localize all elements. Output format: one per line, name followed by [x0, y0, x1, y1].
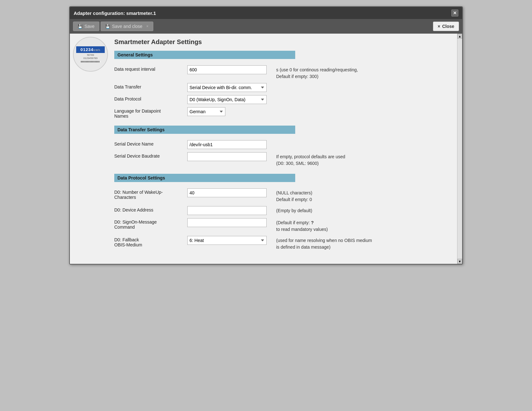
serial-baudrate-control: [187, 152, 267, 161]
d0-signon-hint: (Default if empty: ?to read mandatory va…: [267, 218, 451, 233]
save-and-close-x: ×: [146, 24, 149, 29]
d0-fallback-select[interactable]: 0: Abstract 1: Electricity 2: Heat Cost …: [187, 236, 267, 245]
general-settings-header: General Settings: [114, 51, 295, 59]
page-title: Smartmeter Adapter Settings: [114, 38, 451, 46]
d0-device-address-input[interactable]: [187, 206, 267, 215]
d0-device-address-control: [187, 206, 267, 215]
data-protocol-label: Data Protocol: [114, 95, 187, 101]
data-request-interval-control: [187, 65, 267, 74]
d0-fallback-label: D0: FallbackOBIS-Medium: [114, 236, 187, 247]
meter-image: 01234kWh 56789 0123456789: [73, 37, 108, 72]
language-hint: [225, 107, 451, 108]
serial-device-name-hint: [267, 140, 451, 141]
serial-baudrate-hint: If empty, protocol defaults are used(D0:…: [267, 152, 451, 167]
meter-unit: kWh: [94, 49, 101, 52]
serial-device-name-control: [187, 140, 267, 149]
data-request-interval-input[interactable]: [187, 65, 267, 74]
data-transfer-control: Serial Device with Bi-dir. comm. Serial …: [187, 83, 267, 92]
serial-device-name-input[interactable]: [187, 140, 267, 149]
data-transfer-row: Data Transfer Serial Device with Bi-dir.…: [114, 83, 451, 92]
data-transfer-settings-form: Serial Device Name Serial Device Baudrat…: [114, 138, 451, 174]
left-panel: 01234kWh 56789 0123456789: [70, 34, 111, 264]
d0-device-address-row: D0: Device Address (Empty by default): [114, 206, 451, 215]
data-protocol-control: D0 (WakeUp, SignOn, Data) SML D0 plain: [187, 95, 267, 104]
general-settings-form: Data request interval s (use 0 for conti…: [114, 63, 451, 126]
data-request-interval-label: Data request interval: [114, 65, 187, 72]
data-transfer-label: Data Transfer: [114, 83, 187, 89]
scrollbar[interactable]: ▲ ▼: [457, 34, 462, 264]
data-protocol-settings-header: Data Protocol Settings: [114, 174, 295, 182]
meter-reading: 01234: [80, 47, 93, 52]
close-label: Close: [442, 24, 454, 29]
close-button[interactable]: × Close: [433, 22, 459, 31]
data-protocol-select[interactable]: D0 (WakeUp, SignOn, Data) SML D0 plain: [187, 95, 267, 104]
scroll-up-button[interactable]: ▲: [457, 34, 462, 39]
d0-signon-control: [187, 218, 267, 227]
d0-wakeup-input[interactable]: [187, 188, 267, 197]
main-window: Adapter configuration: smartmeter.1 ✕ 💾 …: [69, 6, 463, 264]
data-protocol-hint: [267, 95, 451, 96]
window-title: Adapter configuration: smartmeter.1: [74, 10, 156, 16]
scroll-down-button[interactable]: ▼: [457, 259, 462, 264]
scroll-track: [457, 39, 462, 259]
data-request-interval-row: Data request interval s (use 0 for conti…: [114, 65, 451, 80]
save-button[interactable]: 💾 Save: [73, 22, 99, 31]
data-protocol-row: Data Protocol D0 (WakeUp, SignOn, Data) …: [114, 95, 451, 104]
language-label: Language for DatapointNames: [114, 107, 187, 119]
meter-serial: 0123456789: [83, 57, 98, 60]
d0-signon-input[interactable]: [187, 218, 267, 227]
d0-signon-label: D0: SignOn-MessageCommand: [114, 218, 187, 230]
data-transfer-select[interactable]: Serial Device with Bi-dir. comm. Serial …: [187, 83, 267, 92]
d0-wakeup-control: [187, 188, 267, 197]
language-control: German English: [187, 107, 225, 116]
data-transfer-settings-header: Data Transfer Settings: [114, 126, 295, 134]
meter-display: 01234kWh: [76, 46, 105, 53]
language-row: Language for DatapointNames German Engli…: [114, 107, 451, 119]
save-and-close-button[interactable]: 💾 Save and close ×: [101, 22, 153, 31]
d0-fallback-row: D0: FallbackOBIS-Medium 0: Abstract 1: E…: [114, 236, 451, 251]
close-x: ×: [438, 24, 440, 29]
toolbar: 💾 Save 💾 Save and close × × Close: [70, 19, 462, 34]
meter-barcode: [81, 61, 100, 62]
serial-device-name-row: Serial Device Name: [114, 140, 451, 149]
serial-baudrate-label: Serial Device Baudrate: [114, 152, 187, 159]
data-request-interval-hint: s (use 0 for continous reading/requestin…: [267, 65, 451, 80]
language-select[interactable]: German English: [187, 107, 225, 116]
serial-device-name-label: Serial Device Name: [114, 140, 187, 147]
d0-wakeup-hint: (NULL characters)Default if empty: 0: [267, 188, 451, 203]
save-and-close-label: Save and close: [112, 24, 143, 29]
d0-device-address-label: D0: Device Address: [114, 206, 187, 212]
save-label: Save: [84, 24, 95, 29]
d0-wakeup-label: D0: Number of WakeUp-Characters: [114, 188, 187, 200]
data-protocol-settings-form: D0: Number of WakeUp-Characters (NULL ch…: [114, 186, 451, 258]
save-and-close-icon: 💾: [105, 24, 110, 29]
serial-baudrate-row: Serial Device Baudrate If empty, protoco…: [114, 152, 451, 167]
d0-device-address-hint: (Empty by default): [267, 206, 451, 214]
data-transfer-hint: [267, 83, 451, 84]
d0-wakeup-row: D0: Number of WakeUp-Characters (NULL ch…: [114, 188, 451, 203]
main-settings: Smartmeter Adapter Settings General Sett…: [111, 34, 457, 264]
serial-baudrate-input[interactable]: [187, 152, 267, 161]
window-close-button[interactable]: ✕: [451, 10, 458, 16]
d0-fallback-control: 0: Abstract 1: Electricity 2: Heat Cost …: [187, 236, 267, 245]
meter-sub: 56789: [87, 54, 94, 56]
save-icon: 💾: [78, 24, 83, 29]
d0-signon-row: D0: SignOn-MessageCommand (Default if em…: [114, 218, 451, 233]
title-bar: Adapter configuration: smartmeter.1 ✕: [70, 7, 462, 19]
content-area: 01234kWh 56789 0123456789 Smartmeter Ada…: [70, 34, 462, 264]
d0-fallback-hint: (used for name resolving when no OBIS me…: [267, 236, 451, 251]
